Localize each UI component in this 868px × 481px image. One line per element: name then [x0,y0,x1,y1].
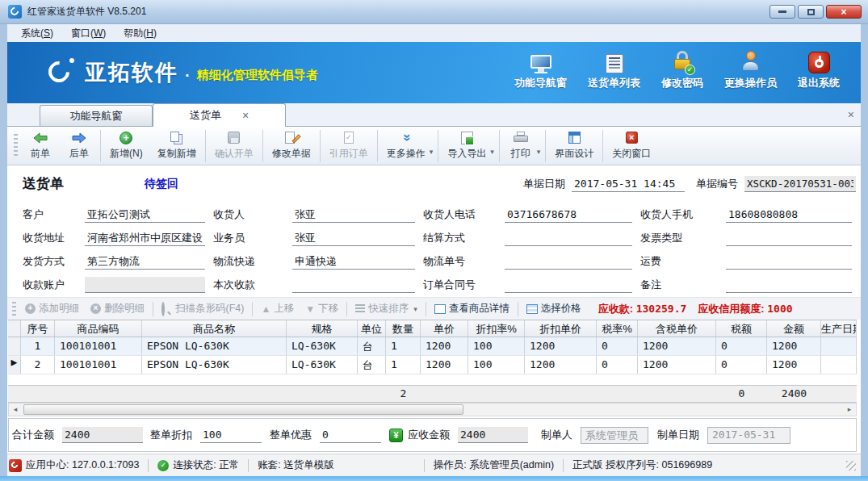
nav-switch-operator[interactable]: 更换操作员 [724,49,777,90]
nav-function-panel[interactable]: 功能导航窗 [514,49,567,90]
scroll-right-icon[interactable]: ▸ [843,404,856,416]
modify-order-button[interactable]: 修改单据 [265,128,318,163]
totals-panel: 合计金额 整单折扣 整单优惠 ¥ 应收金额 制单人 系统管理员 制单日期 201… [8,418,857,452]
status-badge: 待签回 [145,177,178,191]
col-header[interactable]: 税额 [716,320,767,337]
connection-status: 连接状态: 正常 [173,458,239,472]
consignee-phone-field[interactable] [505,207,632,223]
arrow-right-icon [72,131,86,144]
import-export-caret-icon[interactable]: ▾ [490,148,494,156]
salesman-field[interactable] [292,230,415,246]
more-actions-button[interactable]: « 更多操作 [379,128,433,163]
order-promo-field[interactable] [320,427,381,443]
maker-field: 系统管理员 [581,427,648,444]
monitor-icon [530,49,551,73]
col-header[interactable]: 生产日期 [821,320,857,337]
settlement-field[interactable] [505,230,632,246]
print-caret-icon[interactable]: ▾ [537,148,541,156]
maximize-button[interactable] [798,5,824,19]
table-row[interactable]: 1 100101001 EPSON LQ-630K LQ-630K 台 1 12… [8,337,857,356]
menu-system[interactable]: 系统(S) [14,25,61,42]
receivable-field [458,427,528,443]
import-export-button[interactable]: 导入导出 [440,128,493,163]
strip-close-icon[interactable]: × [848,108,854,121]
consignee-mobile-field[interactable] [726,207,852,223]
tracking-no-field[interactable] [505,253,632,270]
move-down-icon: ▼ [305,304,315,314]
field-label: 收款账户 [23,278,85,292]
nav-exit-system[interactable]: 退出系统 [798,49,840,90]
freight-field[interactable] [726,253,852,270]
view-product-detail-button[interactable]: 查看商品详情 [429,302,515,316]
resize-grip-icon[interactable] [846,461,856,471]
doc-date-field[interactable] [572,176,685,192]
col-header[interactable]: 金额 [767,320,821,337]
table-row[interactable]: ▶ 2 100101001 EPSON LQ-630K LQ-630K 台 1 … [8,356,857,374]
col-header[interactable]: 数量 [386,320,421,337]
edit-icon [285,131,298,144]
scroll-left-icon[interactable]: ◂ [9,404,22,416]
col-header[interactable]: 折扣率% [468,320,525,337]
horizontal-scrollbar[interactable]: ◂ ▸ [8,403,857,416]
credit-limit: 应收信用额度: 1000 [698,302,792,316]
list-icon [606,49,623,73]
select-price-button[interactable]: 选择价格 [521,302,587,316]
app-center-status: 应用中心: 127.0.0.1:7093 [26,458,139,472]
confirm-order-button: 确认开单 [208,128,261,163]
tab-delivery-order[interactable]: 送货单 × [153,103,286,127]
receivable-amount: 应收款: 130259.7 [598,302,687,316]
close-button[interactable]: × [826,5,862,19]
tab-close-icon[interactable]: × [242,110,249,121]
quick-sort-caret-icon: ▾ [413,305,417,313]
scrollbar-thumb[interactable] [23,404,463,415]
ship-method-field[interactable] [85,253,205,270]
menu-bar: 系统(S) 窗口(W) 帮助(H) [7,24,861,42]
menu-help[interactable]: 帮助(H) [116,25,164,42]
receivable-label: 应收金额 [408,428,450,442]
prev-order-button[interactable]: 前单 [21,128,60,163]
red-close-icon: × [626,131,638,144]
connection-ok-icon: ✓ [157,460,169,471]
yen-icon: ¥ [389,429,403,442]
copy-new-button[interactable]: 复制新增 [150,128,203,163]
add-new-button[interactable]: + 新增(N) [103,128,150,163]
next-order-button[interactable]: 后单 [60,128,99,163]
menu-window[interactable]: 窗口(W) [64,25,113,42]
printer-icon [514,131,528,144]
double-chevron-down-icon: « [402,131,409,144]
nav-change-password[interactable]: ✓ 修改密码 [661,49,703,90]
col-header[interactable]: 单价 [421,320,468,337]
remark-field[interactable] [726,277,852,293]
total-amount-field [62,427,143,443]
license-status: 正式版 授权序列号: 051696989 [572,458,712,472]
invoice-type-field[interactable] [726,230,852,246]
order-discount-field[interactable] [200,427,262,443]
logistics-express-field[interactable] [292,253,415,270]
col-header[interactable]: 商品编码 [55,320,142,337]
field-label: 客户 [23,207,85,222]
minimize-button[interactable] [769,5,795,19]
delivery-address-field[interactable] [85,230,205,246]
print-button[interactable]: 打印 [501,128,540,163]
ui-design-button[interactable]: 界面设计 [547,128,601,163]
contract-no-field[interactable] [505,277,632,293]
col-header[interactable]: 单位 [358,320,386,337]
consignee-field[interactable] [292,207,415,223]
col-header[interactable]: 序号 [21,320,55,337]
more-actions-caret-icon[interactable]: ▾ [430,148,434,156]
col-header[interactable]: 折扣单价 [525,320,597,337]
import-export-icon [461,131,473,144]
col-header[interactable]: 含税单价 [638,320,716,337]
col-header[interactable]: 税率% [597,320,638,337]
col-header[interactable]: 商品名称 [142,320,287,337]
col-header[interactable]: 规格 [287,320,358,337]
customer-field[interactable] [85,207,205,223]
order-promo-label: 整单优惠 [270,428,312,442]
payment-now-field[interactable] [292,277,415,293]
close-window-button[interactable]: × 关闭窗口 [605,128,658,163]
nav-delivery-list[interactable]: 送货单列表 [588,49,640,90]
total-amount-label: 合计金额 [12,428,54,442]
tab-function-panel[interactable]: 功能导航窗 [40,105,153,126]
plus-circle-icon: + [120,131,132,144]
move-up-button: ▲ 上移 [255,302,300,316]
